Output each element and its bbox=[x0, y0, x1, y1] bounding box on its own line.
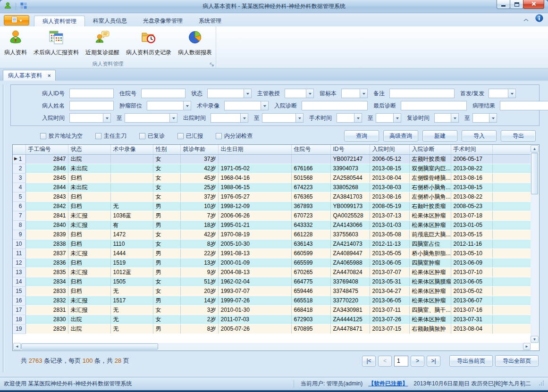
combo-arrow-icon[interactable] bbox=[508, 89, 515, 98]
ribbon-button-history[interactable]: 病人资料历史记录 bbox=[124, 28, 174, 58]
table-row[interactable]: 182830出院无女2岁2011-07-03672903ZA4444125201… bbox=[13, 315, 531, 324]
followup-time-from-combo[interactable] bbox=[434, 113, 459, 123]
combo-arrow-icon[interactable] bbox=[489, 114, 497, 122]
surgery-time-from-combo[interactable] bbox=[337, 113, 362, 123]
export-all-pages-button[interactable]: 导出全部页 bbox=[495, 355, 539, 367]
combo-arrow-icon[interactable] bbox=[306, 89, 313, 98]
admit-time-from-combo[interactable] bbox=[69, 113, 111, 123]
row-selector[interactable]: 18 bbox=[13, 315, 25, 324]
combo-arrow-icon[interactable] bbox=[354, 114, 362, 122]
table-row[interactable]: 192829出院无男8岁2005-07-26670895ZA4478471201… bbox=[13, 324, 531, 334]
table-row[interactable]: 62842归档无男10岁1998-12-09367893YB0099173200… bbox=[13, 201, 531, 211]
minimize-button[interactable] bbox=[497, 0, 510, 9]
admission-no-input[interactable] bbox=[141, 89, 185, 98]
horizontal-scrollbar[interactable]: ◄ ► bbox=[13, 343, 531, 350]
followup-time-to-combo[interactable] bbox=[472, 113, 497, 123]
table-row[interactable]: 52843归档女37岁1976-05-27676365ZA38417032013… bbox=[13, 192, 531, 201]
dialog-launcher-icon[interactable] bbox=[210, 61, 214, 69]
vertical-scrollbar[interactable]: ▲ ▼ bbox=[531, 145, 539, 343]
query-button[interactable]: 查询 bbox=[344, 130, 379, 142]
column-header[interactable]: 手术时间 bbox=[451, 145, 492, 154]
specimen-combo[interactable] bbox=[341, 89, 368, 98]
combo-arrow-icon[interactable] bbox=[103, 114, 110, 122]
row-selector[interactable]: 9 bbox=[13, 230, 25, 239]
horizontal-scrollbar-thumb[interactable] bbox=[21, 343, 158, 350]
combo-arrow-icon[interactable] bbox=[393, 114, 401, 122]
remark-input[interactable] bbox=[389, 89, 455, 98]
patient-name-input[interactable] bbox=[69, 101, 114, 110]
ribbon-button-postop-report[interactable]: 术后病人汇报资料 bbox=[31, 28, 81, 58]
checkbox-film-address-empty[interactable]: 胶片地址为空 bbox=[40, 132, 83, 140]
next-page-button[interactable]: > bbox=[411, 356, 424, 367]
table-row[interactable]: 122836归档1519男13岁2000-01-09665599ZA406598… bbox=[13, 258, 531, 267]
new-button[interactable]: 新建 bbox=[422, 130, 457, 142]
combo-arrow-icon[interactable] bbox=[295, 114, 303, 122]
tab-disc-video-management[interactable]: 光盘录像带管理 bbox=[135, 16, 191, 26]
table-row[interactable]: 22846未出院女42岁1971-05-02676166339040732013… bbox=[13, 164, 531, 173]
row-selector[interactable]: 7 bbox=[13, 211, 25, 220]
combo-arrow-icon[interactable] bbox=[451, 114, 458, 122]
checkbox-followed-up[interactable]: 已复诊 bbox=[139, 132, 165, 140]
checkbox-reported[interactable]: 已汇报 bbox=[177, 132, 203, 140]
prev-page-button[interactable]: < bbox=[378, 356, 392, 367]
license-link[interactable]: 【软件已注册】 bbox=[368, 380, 408, 388]
grid-corner[interactable] bbox=[13, 145, 25, 154]
table-row[interactable]: 42844未出院女25岁1988-06-15674223338052682013… bbox=[13, 183, 531, 192]
column-header[interactable]: 手工编号 bbox=[25, 145, 68, 154]
row-selector[interactable]: 5 bbox=[13, 192, 25, 201]
professor-combo[interactable] bbox=[285, 89, 314, 98]
combo-arrow-icon[interactable] bbox=[240, 114, 248, 122]
first-page-button[interactable]: |< bbox=[362, 356, 376, 367]
checkbox-icon[interactable] bbox=[216, 133, 222, 139]
row-selector[interactable]: 12 bbox=[13, 258, 25, 267]
tumor-site-combo[interactable] bbox=[147, 101, 191, 110]
export-button[interactable]: 导出 bbox=[501, 130, 536, 142]
row-selector[interactable]: 6 bbox=[13, 201, 25, 211]
row-selector[interactable]: ▶1 bbox=[13, 154, 25, 164]
table-row[interactable]: 152833归档无女20岁1993-07-0765944633748475201… bbox=[13, 286, 531, 296]
tab-patient-data-management[interactable]: 病人资料管理 bbox=[34, 16, 85, 26]
discharge-time-from-combo[interactable] bbox=[211, 113, 248, 123]
intraop-video-combo[interactable] bbox=[224, 101, 269, 110]
row-selector[interactable]: 14 bbox=[13, 277, 25, 286]
table-row[interactable]: 102838归档1110女8岁2005-10-30636143ZA4214073… bbox=[13, 239, 531, 249]
table-row[interactable]: 92839归档1472女42岁1970-08-19661228337556032… bbox=[13, 230, 531, 239]
relapse-combo[interactable] bbox=[489, 89, 516, 98]
column-header[interactable]: 性别 bbox=[153, 145, 180, 154]
table-row[interactable]: 162832未汇报1517男14岁1999-07-266655183377022… bbox=[13, 296, 531, 305]
vertical-scrollbar-thumb[interactable] bbox=[531, 153, 538, 194]
table-row[interactable]: 32845归档女45岁1968-04-16501568ZA25805442013… bbox=[13, 173, 531, 183]
ribbon-button-data-report[interactable]: 病人数据报表 bbox=[176, 28, 214, 58]
table-row[interactable]: 112837未汇报1444男22岁1991-08-13660599ZA40894… bbox=[13, 249, 531, 258]
ribbon-button-followup-reminder[interactable]: 近期复诊提醒 bbox=[83, 28, 122, 58]
help-info-icon[interactable] bbox=[535, 14, 543, 24]
combo-arrow-icon[interactable] bbox=[244, 89, 251, 98]
checkbox-icon[interactable] bbox=[139, 133, 145, 139]
column-header[interactable]: 住院号 bbox=[291, 145, 330, 154]
status-combo[interactable] bbox=[207, 89, 252, 98]
checkbox-endocrine-exam[interactable]: 内分泌检查 bbox=[216, 132, 253, 140]
page-input[interactable] bbox=[394, 356, 408, 367]
surgery-time-to-combo[interactable] bbox=[376, 113, 401, 123]
column-header[interactable]: 入院诊断 bbox=[409, 145, 451, 154]
checkbox-icon[interactable] bbox=[177, 133, 184, 139]
tab-system-management[interactable]: 系统管理 bbox=[191, 16, 229, 26]
column-header[interactable]: ID号 bbox=[330, 145, 370, 154]
discharge-time-to-combo[interactable] bbox=[262, 113, 304, 123]
row-selector[interactable]: 2 bbox=[13, 164, 25, 173]
table-row[interactable]: 142834归档1505女51岁1962-02-0466477533769408… bbox=[13, 277, 531, 286]
combo-arrow-icon[interactable] bbox=[261, 101, 268, 110]
row-selector[interactable]: 4 bbox=[13, 183, 25, 192]
row-selector[interactable]: 17 bbox=[13, 305, 25, 315]
app-menu-button[interactable] bbox=[4, 15, 29, 25]
row-selector[interactable]: 11 bbox=[13, 249, 25, 258]
combo-arrow-icon[interactable] bbox=[360, 89, 367, 98]
close-button[interactable] bbox=[523, 0, 544, 9]
checkbox-chief-surgeon[interactable]: 主任主刀 bbox=[95, 132, 126, 140]
column-header[interactable]: 出生日期 bbox=[218, 145, 291, 154]
admit-time-to-combo[interactable] bbox=[125, 113, 177, 123]
import-button[interactable]: 导入 bbox=[462, 130, 497, 142]
doc-tab-close-icon[interactable]: × bbox=[48, 73, 51, 78]
column-header[interactable]: 入院时间 bbox=[370, 145, 409, 154]
combo-arrow-icon[interactable] bbox=[183, 101, 191, 110]
